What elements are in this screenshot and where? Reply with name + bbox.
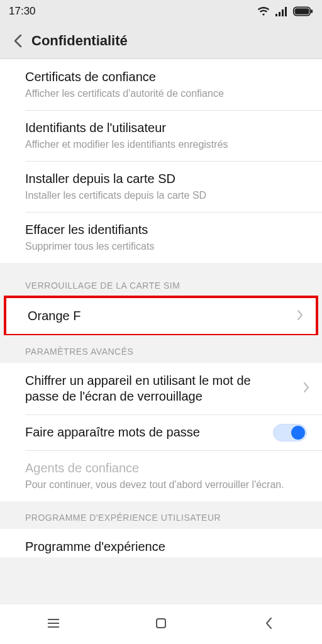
section-advanced: PARAMÈTRES AVANCÉS	[0, 335, 322, 363]
status-bar: 17:30	[0, 0, 322, 23]
svg-rect-6	[311, 9, 313, 13]
row-user-credentials[interactable]: Identifiants de l'utilisateur Afficher e…	[0, 110, 322, 161]
chevron-right-icon	[297, 309, 303, 323]
phone-frame: 17:30 Confidentialité Certificats de con…	[0, 0, 322, 644]
nav-recents-button[interactable]	[35, 612, 72, 637]
row-subtitle: Pour continuer, vous devez tout d'abord …	[25, 479, 297, 491]
row-title: Orange F	[28, 308, 280, 324]
app-header: Confidentialité	[0, 23, 322, 59]
section-ux-program: PROGRAMME D'EXPÉRIENCE UTILISATEUR	[0, 501, 322, 529]
nav-back-button[interactable]	[250, 612, 287, 637]
row-title: Installer depuis la carte SD	[25, 171, 297, 187]
row-title: Certificats de confiance	[25, 69, 297, 85]
square-icon	[155, 617, 167, 632]
row-subtitle: Afficher les certificats d'autorité de c…	[25, 87, 297, 100]
chevron-right-icon	[303, 382, 309, 396]
chevron-left-icon	[13, 34, 22, 48]
svg-rect-5	[295, 8, 309, 14]
wifi-icon	[257, 6, 270, 16]
svg-rect-2	[282, 9, 284, 16]
section-sim-lock: VERROUILLAGE DE LA CARTE SIM	[0, 263, 322, 297]
row-sim-orange[interactable]: Orange F	[6, 298, 316, 334]
row-trust-agents: Agents de confiance Pour continuer, vous…	[0, 450, 322, 501]
system-nav-bar	[0, 604, 322, 644]
row-install-from-sd[interactable]: Installer depuis la carte SD Installer l…	[0, 161, 322, 212]
signal-icon	[275, 6, 288, 16]
svg-rect-0	[275, 14, 277, 16]
row-title: Effacer les identifiants	[25, 222, 297, 238]
group-ux: Programme d'expérience	[0, 529, 322, 557]
row-subtitle: Installer les certificats depuis la cart…	[25, 189, 297, 202]
row-show-passwords[interactable]: Faire apparaître mots de passe	[0, 414, 322, 450]
annotation-highlight: Orange F	[4, 296, 318, 336]
row-subtitle: Supprimer tous les certificats	[25, 240, 297, 253]
row-clear-credentials[interactable]: Effacer les identifiants Supprimer tous …	[0, 212, 322, 263]
row-title: Agents de confiance	[25, 460, 297, 476]
status-time: 17:30	[9, 5, 36, 18]
battery-icon	[293, 6, 313, 16]
status-icons	[257, 6, 313, 16]
svg-rect-3	[285, 7, 287, 16]
group-advanced: Chiffrer un appareil en utilisant le mot…	[0, 363, 322, 501]
svg-rect-1	[279, 12, 280, 16]
row-title: Chiffrer un appareil en utilisant le mot…	[25, 373, 287, 404]
menu-icon	[47, 618, 60, 631]
page-title: Confidentialité	[31, 33, 128, 49]
row-experience-program[interactable]: Programme d'expérience	[0, 529, 322, 557]
toggle-show-passwords[interactable]	[273, 424, 307, 441]
nav-home-button[interactable]	[142, 612, 180, 637]
svg-rect-10	[157, 619, 165, 628]
row-encrypt-device[interactable]: Chiffrer un appareil en utilisant le mot…	[0, 363, 322, 414]
back-button[interactable]	[9, 32, 26, 50]
chevron-left-icon	[264, 616, 273, 633]
row-title: Identifiants de l'utilisateur	[25, 120, 297, 136]
row-title: Programme d'expérience	[25, 539, 297, 555]
row-subtitle: Afficher et modifier les identifiants en…	[25, 138, 297, 151]
group-credentials: Certificats de confiance Afficher les ce…	[0, 59, 322, 263]
row-title: Faire apparaître mots de passe	[25, 425, 297, 440]
content-scroll[interactable]: Certificats de confiance Afficher les ce…	[0, 59, 322, 604]
row-trusted-certificates[interactable]: Certificats de confiance Afficher les ce…	[0, 59, 322, 110]
